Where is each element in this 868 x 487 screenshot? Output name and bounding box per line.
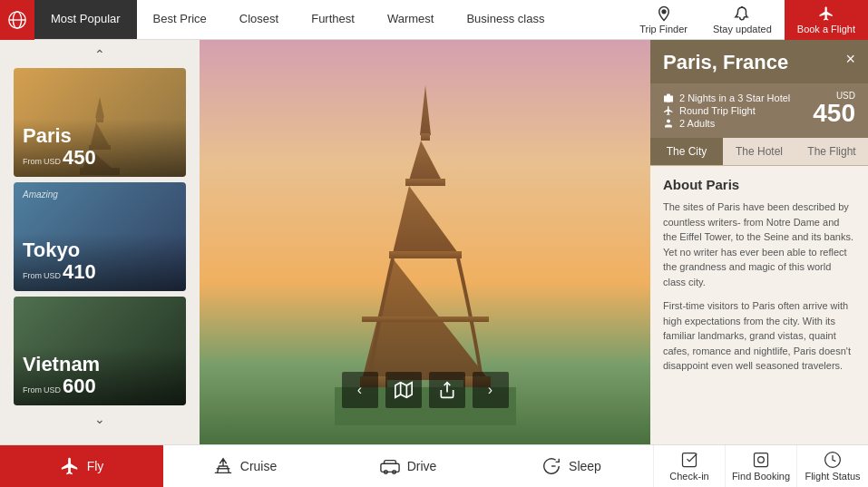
svg-rect-32: [755, 453, 768, 467]
share-button[interactable]: [429, 372, 465, 408]
vietnam-price-wrap: From USD 600: [23, 375, 177, 398]
fly-icon: [60, 456, 80, 476]
tokyo-card-name: Tokyo: [23, 240, 177, 260]
paris-card-overlay: Paris From USD 450: [14, 119, 186, 177]
hotel-icon: [663, 93, 674, 103]
dest-card-vietnam[interactable]: Vietnam From USD 600: [14, 297, 186, 405]
content-title: About Paris: [663, 177, 855, 192]
booking-icon: [752, 451, 770, 469]
stay-updated-button[interactable]: Stay updated: [700, 0, 785, 40]
bottom-tab-sleep[interactable]: Sleep: [490, 445, 653, 487]
meta-hotel: 2 Nights in a 3 Star Hotel: [663, 93, 790, 103]
svg-point-27: [667, 120, 670, 123]
logo: [0, 0, 34, 40]
person-icon: [663, 118, 674, 129]
bottom-tab-drive[interactable]: Drive: [327, 445, 490, 487]
paris-price-wrap: From USD 450: [23, 146, 177, 170]
panel-price: USD 450: [813, 91, 855, 126]
tokyo-usd-label: USD: [44, 271, 61, 280]
panel-tab-city[interactable]: The City: [650, 138, 723, 165]
panel-tab-flight[interactable]: The Flight: [795, 138, 868, 165]
tab-best-price[interactable]: Best Price: [137, 0, 223, 39]
content-paragraph-2: First-time visitors to Paris often arriv…: [663, 298, 855, 374]
sleep-icon: [541, 456, 561, 476]
flight-icon: [663, 105, 674, 116]
dest-card-tokyo[interactable]: Amazing Tokyo From USD 410: [14, 182, 186, 291]
paris-price: 450: [63, 146, 96, 170]
share-icon: [438, 381, 456, 399]
trip-finder-button[interactable]: Trip Finder: [627, 0, 700, 40]
vietnam-usd-label: USD: [44, 385, 61, 394]
vietnam-price: 600: [63, 375, 96, 398]
nav-right: Trip Finder Stay updated Book a Flight: [627, 0, 868, 40]
sidebar-up-arrow[interactable]: ⌃: [0, 44, 200, 65]
vietnam-from-label: From: [23, 385, 42, 394]
svg-rect-14: [405, 179, 445, 186]
hotel-text: 2 Nights in a 3 Star Hotel: [679, 93, 790, 103]
center-image: ‹ ›: [200, 40, 650, 444]
tab-furthest[interactable]: Furthest: [295, 0, 371, 39]
tab-closest[interactable]: Closest: [223, 0, 295, 39]
flight-status-action[interactable]: Flight Status: [796, 445, 868, 487]
map-icon: [395, 381, 413, 399]
prev-image-button[interactable]: ‹: [342, 372, 378, 408]
globe-icon: [7, 10, 27, 30]
bottom-tab-fly[interactable]: Fly: [0, 445, 163, 487]
bottom-bar: Fly Cruise Drive: [0, 444, 868, 487]
checkin-action[interactable]: Check-in: [653, 445, 725, 487]
svg-marker-13: [409, 141, 442, 180]
sleep-label: Sleep: [569, 459, 601, 473]
sidebar-down-arrow[interactable]: ⌄: [0, 408, 200, 430]
dest-card-paris[interactable]: Paris From USD 450: [14, 68, 186, 177]
svg-point-33: [758, 457, 765, 463]
bottom-tab-cruise[interactable]: Cruise: [163, 445, 327, 487]
panel-content: About Paris The sites of Paris have been…: [650, 166, 868, 444]
map-button[interactable]: [385, 372, 422, 408]
bottom-left-tabs: Fly Cruise Drive: [0, 445, 653, 487]
svg-rect-18: [362, 317, 489, 322]
tab-warmest[interactable]: Warmest: [371, 0, 451, 39]
svg-rect-31: [683, 453, 697, 467]
meta-adults: 2 Adults: [663, 118, 790, 129]
svg-marker-15: [393, 186, 458, 253]
find-booking-label: Find Booking: [732, 471, 790, 482]
tab-most-popular[interactable]: Most Popular: [34, 0, 137, 39]
flight-text: Round Trip Flight: [679, 105, 756, 116]
panel-header: Paris, France ×: [650, 40, 868, 83]
meta-flight: Round Trip Flight: [663, 105, 790, 116]
svg-point-3: [662, 9, 666, 13]
checkin-icon: [680, 451, 698, 469]
svg-marker-11: [420, 85, 431, 135]
trip-finder-label: Trip Finder: [639, 24, 688, 34]
flightstatus-icon: [824, 451, 842, 469]
tokyo-price: 410: [63, 260, 96, 284]
panel-meta-items: 2 Nights in a 3 Star Hotel Round Trip Fl…: [663, 91, 790, 131]
panel-close-button[interactable]: ×: [845, 51, 855, 67]
next-image-button[interactable]: ›: [473, 372, 509, 408]
tab-business-class[interactable]: Business class: [450, 0, 561, 39]
sidebar: ⌃ Paris From USD 450: [0, 40, 200, 444]
find-booking-action[interactable]: Find Booking: [725, 445, 796, 487]
tokyo-card-overlay: Tokyo From USD 410: [14, 233, 186, 291]
nav-tabs: Most Popular Best Price Closest Furthest…: [34, 0, 627, 39]
stay-updated-label: Stay updated: [713, 24, 772, 34]
tokyo-price-wrap: From USD 410: [23, 260, 177, 284]
book-flight-button[interactable]: Book a Flight: [785, 0, 868, 40]
cruise-label: Cruise: [240, 459, 277, 473]
plane-icon: [818, 5, 834, 22]
panel-tab-hotel[interactable]: The Hotel: [723, 138, 795, 165]
adults-text: 2 Adults: [679, 118, 715, 129]
paris-from-label: From: [23, 157, 42, 166]
bottom-right-actions: Check-in Find Booking Flight Status: [653, 445, 868, 487]
paris-card-name: Paris: [23, 126, 177, 146]
tokyo-amazing-label: Amazing: [23, 190, 58, 200]
content-paragraph-1: The sites of Paris have been described b…: [663, 200, 855, 289]
main-area: ⌃ Paris From USD 450: [0, 40, 868, 444]
tokyo-from-label: From: [23, 271, 42, 280]
cruise-icon: [213, 456, 233, 476]
svg-marker-22: [395, 383, 411, 398]
top-nav: Most Popular Best Price Closest Furthest…: [0, 0, 868, 40]
drive-icon: [380, 456, 400, 476]
paris-usd-label: USD: [44, 157, 61, 166]
panel-tabs: The City The Hotel The Flight: [650, 138, 868, 166]
